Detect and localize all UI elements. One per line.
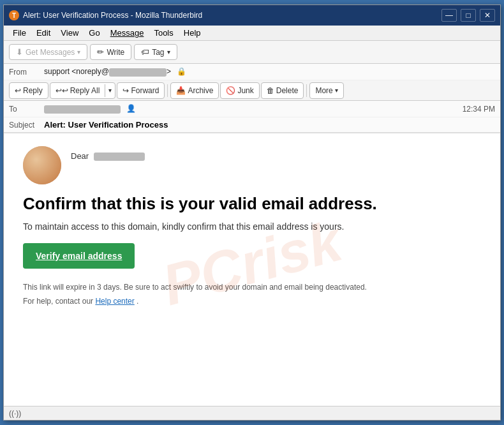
menu-message[interactable]: Message: [105, 27, 149, 39]
menu-bar: File Edit View Go Message Tools Help: [4, 26, 500, 41]
tag-icon: 🏷: [141, 47, 149, 57]
to-icon: 👤: [126, 104, 136, 113]
to-blurred: [44, 105, 121, 114]
write-button[interactable]: ✏ Write: [90, 44, 131, 60]
reply-all-icon: ↩↩: [56, 86, 68, 95]
reply-all-split: ↩↩ Reply All ▾: [50, 82, 116, 99]
menu-edit[interactable]: Edit: [31, 27, 56, 39]
recipient-blurred: [94, 153, 145, 161]
app-icon: T: [9, 10, 19, 20]
write-icon: ✏: [97, 47, 104, 57]
reply-all-button[interactable]: ↩↩ Reply All: [50, 84, 106, 97]
subject-label: Subject: [9, 121, 44, 130]
more-dropdown-icon: ▾: [335, 87, 338, 94]
menu-file[interactable]: File: [8, 27, 31, 39]
menu-go[interactable]: Go: [84, 27, 105, 39]
menu-tools[interactable]: Tools: [149, 27, 178, 39]
delete-button[interactable]: 🗑 Delete: [261, 82, 304, 99]
avatar-inner: [23, 146, 61, 184]
subject-row: Subject Alert: User Verification Process: [4, 117, 500, 133]
archive-button[interactable]: 📥 Archive: [170, 82, 219, 99]
from-security-icon: 🔒: [177, 67, 186, 76]
email-header: From support <noreply@ > 🔒 ↩ Reply ↩↩ Re…: [4, 64, 500, 133]
junk-icon: 🚫: [226, 86, 235, 95]
from-blurred: [109, 68, 167, 77]
from-label: From: [9, 68, 44, 77]
junk-button[interactable]: 🚫 Junk: [220, 82, 259, 99]
email-body: PCrisk Dear Confirm that this is your va…: [4, 133, 500, 406]
close-button[interactable]: ✕: [480, 9, 495, 22]
verify-email-button[interactable]: Verify email address: [23, 243, 135, 269]
expire-text: This link will expire in 3 days. Be sure…: [23, 281, 481, 293]
help-center-link[interactable]: Help center: [95, 297, 134, 306]
main-heading: Confirm that this is your valid email ad…: [23, 194, 481, 214]
more-button[interactable]: More ▾: [309, 82, 343, 99]
window-title: Alert: User Verification Process - Mozil…: [23, 11, 441, 20]
forward-button[interactable]: ↪ Forward: [117, 82, 165, 99]
archive-icon: 📥: [176, 86, 186, 95]
to-row: To 👤 12:34 PM: [4, 101, 500, 117]
reply-all-dropdown[interactable]: ▾: [105, 85, 115, 96]
menu-help[interactable]: Help: [179, 27, 206, 39]
avatar: [23, 146, 61, 184]
email-time: 12:34 PM: [463, 105, 495, 114]
to-value: 👤: [44, 104, 463, 113]
minimize-button[interactable]: —: [441, 9, 457, 22]
from-value: support <noreply@ > 🔒: [44, 67, 495, 76]
main-window: T Alert: User Verification Process - Moz…: [3, 4, 501, 421]
status-bar: ((·)): [4, 406, 500, 420]
sub-text: To maintain access to this domain, kindl…: [23, 221, 481, 232]
dear-text: Dear: [71, 146, 145, 161]
menu-view[interactable]: View: [56, 27, 84, 39]
reply-icon: ↩: [15, 86, 21, 95]
help-text: For help, contact our Help center .: [23, 297, 481, 306]
action-separator-2: [306, 84, 307, 97]
window-controls: — □ ✕: [441, 9, 495, 22]
toolbar: ⬇ Get Messages ▾ ✏ Write 🏷 Tag ▾: [4, 41, 500, 64]
tag-dropdown-icon: ▾: [167, 48, 170, 56]
maximize-button[interactable]: □: [461, 9, 476, 22]
reply-button[interactable]: ↩ Reply: [9, 82, 48, 99]
avatar-area: Dear: [23, 146, 481, 184]
tag-button[interactable]: 🏷 Tag ▾: [134, 44, 177, 60]
action-bar: ↩ Reply ↩↩ Reply All ▾ ↪ Forward 📥 Archi…: [4, 80, 500, 101]
title-bar: T Alert: User Verification Process - Moz…: [4, 5, 500, 26]
forward-icon: ↪: [122, 86, 129, 95]
to-label: To: [9, 105, 44, 114]
subject-value: Alert: User Verification Process: [44, 120, 168, 130]
from-row: From support <noreply@ > 🔒: [4, 64, 500, 80]
status-icon: ((·)): [9, 409, 21, 418]
get-messages-button[interactable]: ⬇ Get Messages ▾: [9, 44, 87, 60]
get-messages-icon: ⬇: [16, 47, 23, 57]
get-messages-dropdown-icon: ▾: [77, 48, 80, 56]
action-separator-1: [167, 84, 168, 97]
delete-icon: 🗑: [267, 86, 274, 95]
